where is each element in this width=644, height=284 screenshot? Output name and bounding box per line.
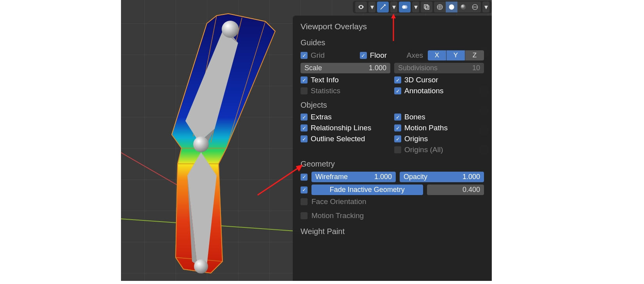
axis-y-button[interactable]: Y [447,50,465,60]
svg-point-7 [194,259,208,273]
face-orientation-checkbox[interactable] [301,198,308,205]
svg-rect-10 [424,5,428,8]
axes-label: Axes [407,51,423,60]
extras-label: Extras [311,113,332,121]
svg-point-9 [404,5,407,9]
axis-x-button[interactable]: X [428,50,447,60]
viewport-overlays-panel: Viewport Overlays Guides Grid Floor Axes… [293,16,492,281]
shading-dropdown[interactable]: ▾ [482,2,489,12]
viewport-header-right: ▾ ▾ ▾ ▾ [353,1,492,13]
bones-label: Bones [404,113,425,121]
xray-toggle[interactable] [421,2,432,12]
arrow-to-geometry-wireframe [258,164,304,197]
section-objects: Objects [301,101,484,110]
origins-checkbox[interactable] [394,135,401,142]
weight-painted-mesh [148,12,285,277]
motion-tracking-label: Motion Tracking [311,211,364,220]
subdivisions-field[interactable]: Subdivisions 10 [394,63,484,73]
svg-marker-18 [391,14,396,18]
outline-selected-label: Outline Selected [311,135,365,143]
origins-all-checkbox[interactable] [394,146,401,153]
gizmo-dropdown[interactable]: ▾ [390,2,397,12]
shading-mode-group [434,2,481,12]
bones-checkbox[interactable] [394,114,401,121]
annotations-label: Annotations [404,87,443,95]
annotations-checkbox[interactable] [394,87,401,94]
statistics-label: Statistics [311,87,340,95]
motion-paths-label: Motion Paths [404,124,448,132]
overlays-dropdown[interactable]: ▾ [412,2,419,12]
opacity-field[interactable]: Opacity 1.000 [400,172,484,182]
shading-solid[interactable] [446,2,457,12]
scale-field[interactable]: Scale 1.000 [301,63,390,73]
textinfo-checkbox[interactable] [301,76,308,83]
svg-point-3 [222,21,239,38]
axes-buttons: X Y Z [428,50,484,60]
wireframe-field[interactable]: Wireframe 1.000 [311,172,396,182]
svg-marker-20 [296,165,303,172]
relationship-lines-checkbox[interactable] [301,124,308,131]
svg-point-15 [461,4,466,9]
fade-inactive-label-field[interactable]: Fade Inactive Geometry [311,185,423,195]
shading-matprev[interactable] [457,2,469,12]
floor-checkbox[interactable] [360,52,367,59]
overlays-toggle[interactable] [399,2,411,12]
floor-label: Floor [370,51,387,60]
origins-label: Origins [404,135,428,143]
svg-point-14 [449,4,454,9]
svg-rect-11 [425,6,429,9]
gizmo-toggle[interactable] [377,2,389,12]
visibility-toggle[interactable] [355,2,367,12]
axis-z-button[interactable]: Z [465,50,484,60]
blender-viewport: ▾ ▾ ▾ ▾ [121,0,492,281]
shading-rendered[interactable] [469,2,481,12]
statistics-checkbox[interactable] [301,87,308,94]
motion-paths-checkbox[interactable] [394,124,401,131]
textinfo-label: Text Info [311,76,339,84]
section-weight-paint: Weight Paint [301,227,484,236]
extras-checkbox[interactable] [301,114,308,121]
svg-line-19 [258,167,300,195]
visibility-dropdown[interactable]: ▾ [368,2,375,12]
origins-all-label: Origins (All) [404,146,443,154]
grid-label: Grid [311,51,325,60]
shading-wireframe[interactable] [434,2,446,12]
fade-inactive-value-field[interactable]: 0.400 [427,185,484,195]
face-orientation-label: Face Orientation [311,197,366,206]
grid-checkbox[interactable] [301,52,308,59]
motion-tracking-checkbox[interactable] [301,212,308,219]
arrow-to-overlays-dropdown [390,14,397,43]
cursor3d-checkbox[interactable] [394,76,401,83]
section-geometry: Geometry [301,160,484,169]
cursor3d-label: 3D Cursor [404,76,438,84]
outline-selected-checkbox[interactable] [301,135,308,142]
relationship-lines-label: Relationship Lines [311,124,371,132]
svg-point-4 [193,137,209,152]
